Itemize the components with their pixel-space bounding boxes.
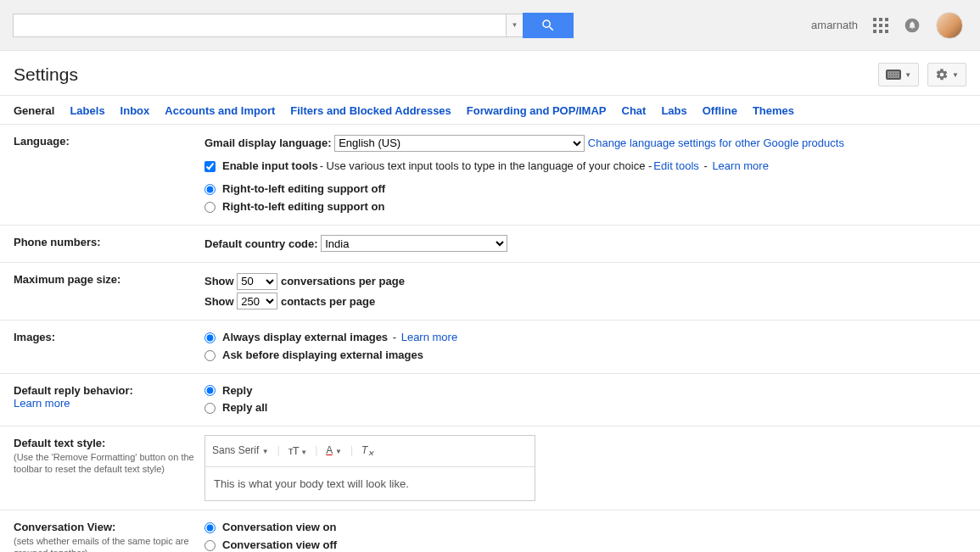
input-tools-learn-more-link[interactable]: Learn more (712, 158, 768, 176)
edit-tools-link[interactable]: Edit tools (653, 158, 698, 176)
title-row: Settings ▼ ▼ (0, 51, 980, 96)
display-language-label: Gmail display language: (204, 137, 332, 149)
settings-gear-button[interactable]: ▼ (927, 63, 966, 86)
rtl-off-radio[interactable] (204, 184, 216, 195)
country-code-select[interactable]: India (321, 235, 507, 252)
conversation-on-radio[interactable] (204, 522, 216, 533)
gear-icon (935, 68, 949, 81)
reply-label: Reply (222, 382, 252, 400)
conversation-off-label: Conversation view off (222, 537, 337, 552)
row-reply: Default reply behavior: Learn more Reply… (0, 374, 980, 427)
row-label-conversation: Conversation View: (14, 521, 115, 533)
conversations-per-page-select[interactable]: 50 (237, 273, 277, 290)
tab-accounts[interactable]: Accounts and Import (165, 104, 275, 117)
enable-input-tools-label: Enable input tools (222, 158, 318, 176)
row-language: Language: Gmail display language: Englis… (0, 125, 980, 226)
contacts-per-page-select[interactable]: 250 (237, 293, 277, 309)
reply-all-label: Reply all (222, 399, 267, 417)
font-family-picker[interactable]: Sans Serif ▼ (212, 442, 269, 460)
row-label-images: Images: (14, 329, 204, 365)
row-label-language: Language: (14, 133, 204, 216)
search-input[interactable] (13, 14, 507, 37)
row-label-pagesize: Maximum page size: (14, 271, 204, 311)
rtl-off-label: Right-to-left editing support off (222, 181, 385, 198)
row-label-textstyle: Default text style: (14, 437, 105, 449)
reply-learn-more-link[interactable]: Learn more (14, 397, 204, 410)
notifications-icon[interactable] (904, 17, 921, 34)
apps-icon[interactable] (873, 18, 888, 33)
images-learn-more-link[interactable]: Learn more (401, 329, 457, 347)
enable-input-tools-desc: - Use various text input tools to type i… (320, 158, 652, 176)
conv-suffix: conversations per page (281, 275, 405, 287)
avatar[interactable] (936, 12, 963, 39)
row-images: Images: Always display external images -… (0, 321, 980, 374)
settings-body: Language: Gmail display language: Englis… (0, 125, 980, 552)
tab-labels[interactable]: Labels (70, 104, 104, 117)
row-conversation: Conversation View: (sets whether emails … (0, 510, 980, 552)
ask-images-label: Ask before displaying external images (222, 347, 423, 365)
show-label-2: Show (204, 295, 234, 308)
always-display-images-radio[interactable] (204, 332, 216, 343)
settings-tabs: General Labels Inbox Accounts and Import… (0, 96, 980, 125)
rtl-on-radio[interactable] (204, 202, 216, 213)
row-label-reply: Default reply behavior: (14, 384, 133, 397)
conversation-sub: (sets whether emails of the same topic a… (14, 535, 204, 552)
show-label-1: Show (204, 275, 234, 287)
remove-formatting-button[interactable]: T✕ (361, 442, 374, 461)
enable-input-tools-checkbox[interactable] (204, 161, 216, 172)
text-color-picker[interactable]: A ▼ (326, 442, 342, 460)
tab-labs[interactable]: Labs (661, 104, 686, 117)
tab-offline[interactable]: Offline (703, 104, 737, 117)
textstyle-sub: (Use the 'Remove Formatting' button on t… (14, 451, 204, 476)
page-title: Settings (14, 64, 78, 85)
reply-all-radio[interactable] (204, 403, 216, 414)
tab-inbox[interactable]: Inbox (120, 104, 150, 117)
rtl-on-label: Right-to-left editing support on (222, 198, 384, 216)
row-textstyle: Default text style: (Use the 'Remove For… (0, 427, 980, 510)
change-language-link[interactable]: Change language settings for other Googl… (588, 137, 844, 149)
row-label-phone: Phone numbers: (14, 234, 204, 254)
format-preview: This is what your body text will look li… (205, 467, 535, 500)
search-container: ▼ (13, 13, 574, 38)
chevron-down-icon: ▼ (904, 71, 911, 79)
tab-themes[interactable]: Themes (753, 104, 794, 117)
tab-chat[interactable]: Chat (622, 104, 647, 117)
reply-radio[interactable] (204, 385, 216, 396)
conversation-off-radio[interactable] (204, 540, 216, 551)
tab-general[interactable]: General (14, 104, 54, 117)
default-country-label: Default country code: (204, 237, 318, 250)
search-button[interactable] (523, 13, 574, 38)
user-area: amarnath (811, 12, 972, 39)
tab-filters[interactable]: Filters and Blocked Addresses (290, 104, 451, 117)
conversation-on-label: Conversation view on (222, 519, 336, 537)
format-toolbar: Sans Serif ▼ | тТ ▼ | A ▼ | T✕ (205, 436, 535, 466)
ask-images-radio[interactable] (204, 350, 216, 361)
display-language-select[interactable]: English (US) (334, 135, 585, 152)
username-label[interactable]: amarnath (811, 19, 858, 31)
search-options-dropdown[interactable]: ▼ (507, 14, 524, 37)
search-icon (540, 18, 556, 33)
tab-forwarding[interactable]: Forwarding and POP/IMAP (467, 104, 607, 117)
row-phone: Phone numbers: Default country code: Ind… (0, 226, 980, 263)
chevron-down-icon: ▼ (952, 71, 959, 79)
input-tools-button[interactable]: ▼ (878, 63, 919, 86)
row-pagesize: Maximum page size: Show 50 conversations… (0, 263, 980, 321)
top-bar: ▼ amarnath (0, 0, 980, 51)
always-display-images-label: Always display external images (222, 329, 388, 347)
keyboard-icon (886, 70, 901, 80)
format-box: Sans Serif ▼ | тТ ▼ | A ▼ | T✕ This is w… (204, 435, 535, 501)
font-size-picker[interactable]: тТ ▼ (288, 441, 306, 460)
contact-suffix: contacts per page (281, 295, 375, 308)
